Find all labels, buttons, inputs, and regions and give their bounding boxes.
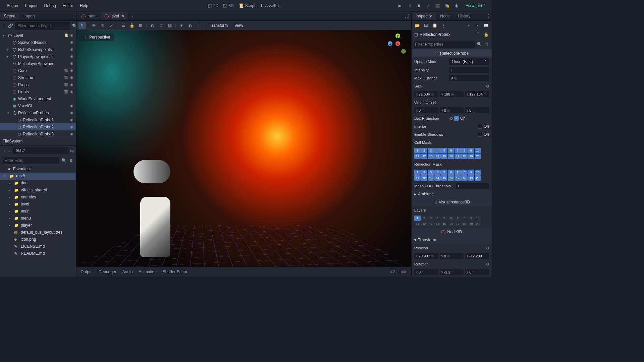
- mask-cell[interactable]: 20: [475, 221, 481, 227]
- mask-cell[interactable]: 9: [468, 216, 474, 221]
- mask-cell[interactable]: 6: [448, 170, 454, 175]
- mask-cell[interactable]: 13: [428, 175, 434, 181]
- tree-item[interactable]: ⇆MultiplayerSpawner◉: [0, 60, 76, 67]
- select-tool[interactable]: ↖: [78, 22, 86, 29]
- mask-cell[interactable]: 18: [461, 221, 468, 227]
- mask-cell[interactable]: 12: [421, 175, 427, 181]
- tree-item[interactable]: ▢ReflectionProbe1◉: [0, 116, 76, 123]
- filter-properties-input[interactable]: [414, 41, 475, 48]
- perspective-dropdown[interactable]: ⋮Perspective: [80, 34, 114, 41]
- animation-tab[interactable]: Animation: [139, 269, 156, 274]
- menu-scene[interactable]: Scene: [3, 1, 21, 10]
- doc-tab-level[interactable]: ◯level✕: [101, 12, 128, 20]
- fs-item[interactable]: ◆icon.png: [0, 236, 76, 243]
- layers-grid[interactable]: 1234567891011121314151617181920: [414, 215, 481, 227]
- tree-item[interactable]: ▾◯Level📜◉: [0, 32, 76, 39]
- class-header-reflectionprobe[interactable]: ▢ReflectionProbe: [412, 49, 492, 57]
- mask-cell[interactable]: 15: [441, 154, 447, 159]
- class-header-node3d[interactable]: ◯Node3D: [412, 228, 492, 236]
- layers-menu-icon[interactable]: ⋮: [483, 218, 489, 224]
- shader-editor-tab[interactable]: Shader Editor: [163, 269, 187, 274]
- filesystem-filter-input[interactable]: [2, 157, 59, 164]
- mask-cell[interactable]: 6: [448, 148, 454, 153]
- camera-tool[interactable]: ⋮: [195, 22, 203, 29]
- reflection-mask-menu-icon[interactable]: ⋮: [483, 172, 489, 178]
- fs-item[interactable]: ▸📁main: [0, 208, 76, 215]
- interior-checkbox[interactable]: [478, 124, 482, 129]
- size-y-field[interactable]: y100m: [440, 91, 464, 97]
- fs-item[interactable]: ✎LICENSE.md: [0, 243, 76, 250]
- mask-cell[interactable]: 10: [475, 148, 481, 153]
- menu-project[interactable]: Project: [21, 1, 41, 10]
- mask-cell[interactable]: 12: [421, 221, 427, 227]
- mask-cell[interactable]: 19: [468, 154, 474, 159]
- mask-cell[interactable]: 15: [441, 175, 447, 181]
- x-axis[interactable]: x: [395, 41, 400, 46]
- mask-cell[interactable]: 6: [448, 216, 454, 221]
- box-projection-checkbox[interactable]: ✓: [454, 116, 459, 121]
- mask-cell[interactable]: 3: [428, 170, 434, 175]
- mask-cell[interactable]: 15: [441, 221, 447, 227]
- position-x-field[interactable]: x73.997m: [414, 253, 438, 259]
- max-distance-field[interactable]: 0m: [449, 75, 489, 81]
- tree-item[interactable]: ◯SpawnedNodes◉: [0, 39, 76, 46]
- tree-item[interactable]: ◯Core🎬◉: [0, 67, 76, 74]
- ambient-section[interactable]: ▸Ambient: [412, 190, 492, 198]
- scene-filter-input[interactable]: [15, 22, 70, 29]
- add-node-button[interactable]: ＋: [2, 23, 6, 29]
- reset-rotation-button[interactable]: ⟲: [485, 262, 489, 267]
- fs-item[interactable]: ▸📁door: [0, 180, 76, 187]
- sun-tool[interactable]: ☀: [178, 22, 185, 29]
- mask-cell[interactable]: 13: [428, 154, 434, 159]
- reset-box-projection-button[interactable]: ⟲: [449, 116, 453, 121]
- lock-tool[interactable]: 🔒: [128, 22, 136, 29]
- mask-cell[interactable]: 9: [468, 170, 474, 175]
- workspace-2d[interactable]: ⬚2D: [208, 3, 218, 8]
- open-resource-button[interactable]: 📂: [414, 22, 420, 28]
- mask-cell[interactable]: 14: [434, 221, 441, 227]
- tab-scene[interactable]: Scene: [0, 12, 19, 20]
- orientation-gizmo[interactable]: y z x: [388, 34, 408, 54]
- neg-y-axis[interactable]: [401, 49, 406, 54]
- debugger-tab[interactable]: Debugger: [99, 269, 116, 274]
- menu-help[interactable]: Help: [76, 1, 92, 10]
- path-back-button[interactable]: ‹: [2, 147, 6, 154]
- rotation-y-field[interactable]: y-1.1°: [440, 269, 464, 275]
- path-toggle-icon[interactable]: ▭: [70, 147, 74, 154]
- mask-cell[interactable]: 11: [414, 175, 421, 181]
- mask-cell[interactable]: 5: [441, 148, 447, 153]
- filter-search-icon[interactable]: 🔍: [61, 158, 67, 164]
- mesh-lod-field[interactable]: 1: [456, 183, 489, 189]
- mask-cell[interactable]: 9: [468, 148, 474, 153]
- expand-viewport-button[interactable]: ⛶: [402, 12, 411, 20]
- ruler-tool[interactable]: ◐: [149, 22, 156, 29]
- group-tool[interactable]: ⊞: [137, 22, 144, 29]
- selector-chevron-icon[interactable]: ˅: [475, 32, 481, 38]
- mask-cell[interactable]: 7: [454, 216, 461, 221]
- mask-cell[interactable]: 11: [414, 221, 421, 227]
- fs-item[interactable]: ▸📁level: [0, 201, 76, 208]
- 3d-viewport[interactable]: ⋮Perspective y z x: [76, 30, 411, 266]
- origin-z-field[interactable]: z0m: [465, 107, 489, 113]
- update-mode-dropdown[interactable]: Once (Fast)˅: [449, 58, 489, 65]
- mask-cell[interactable]: 16: [448, 154, 454, 159]
- mask-cell[interactable]: 1: [414, 216, 421, 221]
- play-scene-button[interactable]: 🎬: [435, 3, 441, 9]
- size-z-field[interactable]: z129.154m: [465, 91, 489, 97]
- cull-mask-grid[interactable]: 1234567891011121314151617181920: [414, 147, 481, 160]
- selector-lock-icon[interactable]: 🔒: [483, 32, 489, 38]
- mask-cell[interactable]: 8: [461, 148, 468, 153]
- mask-cell[interactable]: 1: [414, 148, 421, 153]
- mask-cell[interactable]: 2: [421, 148, 427, 153]
- mask-cell[interactable]: 18: [461, 175, 468, 181]
- mask-cell[interactable]: 5: [441, 216, 447, 221]
- workspace-script[interactable]: 📜Script: [238, 3, 256, 8]
- local-coords-tool[interactable]: ⟟: [157, 22, 165, 29]
- mask-cell[interactable]: 12: [421, 154, 427, 159]
- mask-cell[interactable]: 17: [454, 221, 461, 227]
- z-axis[interactable]: z: [388, 41, 392, 46]
- doc-tab-menu[interactable]: ◯menu: [78, 12, 101, 20]
- position-z-field[interactable]: z-12.209: [465, 253, 489, 259]
- mask-cell[interactable]: 17: [454, 154, 461, 159]
- mask-cell[interactable]: 10: [475, 170, 481, 175]
